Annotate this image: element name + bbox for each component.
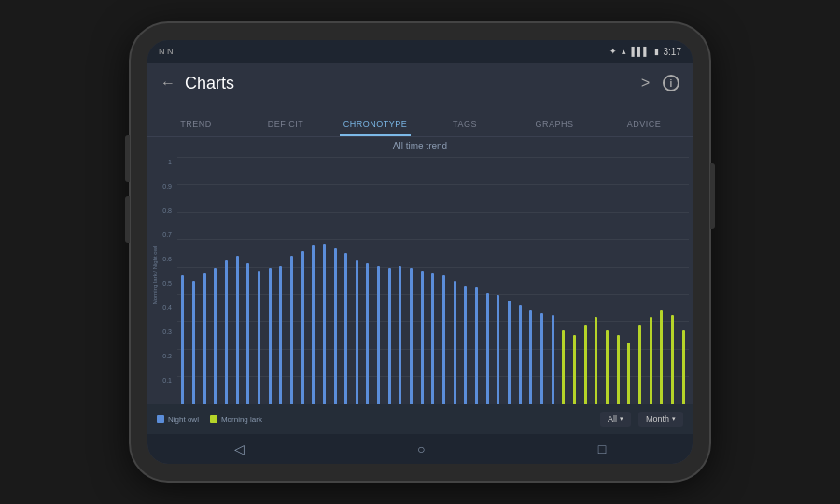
status-bar: N N ✦ ▴ ▌▌▌ ▮ 3:17: [147, 40, 693, 63]
bar-group: [656, 157, 667, 404]
chart-bar: [344, 253, 347, 404]
y-tick-07: 0.7: [161, 231, 172, 238]
bar-group: [427, 157, 439, 404]
chart-bar: [638, 325, 641, 404]
chart-bar: [246, 263, 249, 404]
all-chevron-icon: ▾: [620, 415, 623, 423]
bar-group: [231, 157, 243, 404]
y-tick-05: 0.5: [161, 280, 172, 287]
bar-group: [569, 157, 581, 404]
bar-group: [243, 157, 254, 404]
chart-bar: [431, 273, 434, 404]
bar-group: [352, 157, 363, 404]
bar-group: [329, 157, 341, 404]
chart-bar: [573, 335, 576, 404]
chart-bar: [595, 317, 597, 404]
bar-group: [189, 157, 200, 404]
nav-home-button[interactable]: ○: [417, 441, 425, 456]
bar-group: [525, 157, 537, 404]
bar-group: [221, 157, 232, 404]
bar-group: [287, 157, 298, 404]
chart-subtitle: All time trend: [147, 141, 693, 151]
y-tick-02: 0.2: [161, 353, 172, 359]
chart-bar: [454, 281, 456, 405]
month-chevron-icon: ▾: [672, 415, 676, 423]
month-dropdown[interactable]: Month ▾: [638, 412, 683, 427]
chart-bar: [301, 251, 304, 404]
page-title: Charts: [185, 74, 632, 93]
all-label: All: [608, 414, 617, 424]
chart-bar: [192, 281, 195, 405]
chart-bar: [519, 305, 522, 404]
tab-chronotype[interactable]: CHRONOTYPE: [330, 119, 420, 136]
chart-bar: [617, 335, 620, 404]
bar-group: [504, 157, 515, 404]
bar-group: [471, 157, 483, 404]
phone-nav: ◁ ○ □: [147, 434, 693, 464]
bar-group: [635, 157, 646, 404]
chart-bar: [584, 325, 587, 404]
bar-group: [362, 157, 373, 404]
chart-bar: [464, 286, 467, 404]
bar-group: [493, 157, 504, 404]
nav-back-button[interactable]: ◁: [234, 441, 245, 456]
chart-bar: [529, 310, 532, 404]
y-tick-08: 0.8: [161, 207, 172, 214]
bar-group: [547, 157, 558, 404]
chart-bar: [203, 273, 206, 404]
chart-plot: 06/18/12 02/4/13 09/24/13 05/13/14 12/01…: [177, 157, 689, 404]
tab-advice[interactable]: ADVICE: [599, 119, 689, 136]
tab-trend[interactable]: TREND: [151, 119, 241, 136]
chart-bar: [290, 256, 293, 404]
info-button[interactable]: i: [663, 75, 679, 91]
legend-morning-lark: Morning lark: [210, 415, 262, 424]
morning-lark-color: [210, 415, 217, 423]
bar-group: [384, 157, 395, 404]
bar-group: [297, 157, 308, 404]
legend: Night owl Morning lark: [157, 415, 600, 424]
bar-group: [514, 157, 525, 404]
status-left: N N: [159, 47, 174, 56]
bar-group: [395, 157, 406, 404]
chart-bar: [552, 315, 554, 404]
chart-bar: [181, 275, 184, 404]
wifi-icon: ▴: [622, 47, 626, 56]
tab-graphs[interactable]: GRAPHS: [510, 119, 599, 136]
chart-bar: [366, 263, 369, 404]
battery-icon: ▮: [654, 47, 659, 56]
bar-group: [341, 157, 352, 404]
bar-group: [199, 157, 210, 404]
bar-group: [580, 157, 591, 404]
status-right: ✦ ▴ ▌▌▌ ▮ 3:17: [609, 47, 681, 57]
chart-bar: [682, 330, 685, 405]
tab-deficit[interactable]: DEFICIT: [241, 119, 330, 136]
phone-device: N N ✦ ▴ ▌▌▌ ▮ 3:17 ← Charts < i TREND: [131, 23, 709, 481]
chart-bar: [475, 287, 478, 404]
app-header: ← Charts < i: [147, 63, 693, 104]
chart-bar: [279, 266, 282, 404]
back-button[interactable]: ←: [161, 75, 175, 91]
chart-bar: [442, 275, 445, 404]
share-icon[interactable]: <: [641, 75, 650, 91]
chart-bar: [486, 293, 489, 404]
footer-controls: All ▾ Month ▾: [600, 412, 683, 427]
tab-tags[interactable]: TAGS: [420, 119, 510, 136]
bar-group: [264, 157, 275, 404]
bar-group: [612, 157, 623, 404]
chart-bar: [497, 295, 499, 404]
bar-group: [591, 157, 602, 404]
all-dropdown[interactable]: All ▾: [600, 412, 631, 427]
bar-group: [482, 157, 493, 404]
bar-group: [373, 157, 385, 404]
month-label: Month: [646, 414, 669, 424]
y-tick-01: 0.1: [161, 377, 172, 384]
legend-night-owl: Night owl: [157, 415, 199, 424]
nav-recent-button[interactable]: □: [598, 441, 606, 456]
chart-bar: [258, 271, 260, 404]
chart-bar: [334, 248, 337, 404]
bar-group: [537, 157, 548, 404]
y-tick-06: 0.6: [161, 256, 172, 262]
chart-bar: [399, 266, 401, 404]
night-owl-color: [157, 415, 164, 423]
bar-group: [177, 157, 189, 404]
